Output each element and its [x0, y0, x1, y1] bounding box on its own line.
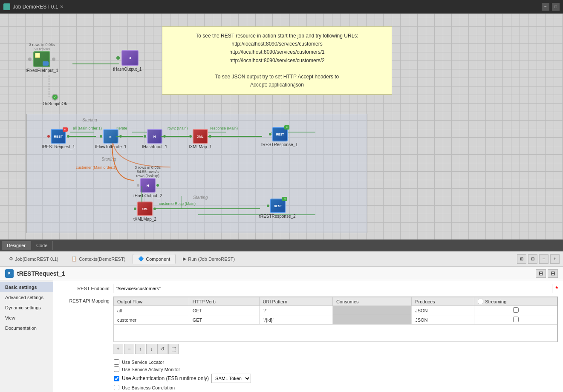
node-onsubjob-label: OnSubjobOk: [43, 101, 67, 106]
rest-endpoint-row: REST Endpoint *: [58, 284, 558, 293]
node-tFlowToIterate1[interactable]: ▶| tFlowToIterate_1: [95, 129, 127, 149]
collapse-button[interactable]: +: [550, 254, 560, 264]
cell-uri-pattern-0[interactable]: "/": [259, 306, 332, 315]
table-refresh-button[interactable]: ↺: [157, 344, 167, 354]
cell-http-verb-0[interactable]: GET: [189, 306, 259, 315]
streaming-header-checkbox[interactable]: [478, 299, 483, 304]
rest-endpoint-input[interactable]: [113, 284, 552, 293]
node-tXMLMap2[interactable]: XML tXMLMap_2: [133, 202, 156, 222]
cell-produces-0[interactable]: JSON: [412, 306, 474, 315]
expand-button[interactable]: −: [539, 254, 549, 264]
node-tRESTRequest1[interactable]: REST R tRESTRequest_1: [42, 129, 75, 149]
component-toolbar: ⚙ Job(DemoREST 0.1) 📋 Contexts(DemoREST)…: [0, 251, 563, 267]
run-icon: ▶: [183, 256, 186, 262]
cell-http-verb-1[interactable]: GET: [189, 315, 259, 325]
use-service-locator-checkbox[interactable]: [114, 359, 119, 365]
node-tHashInput1-label: tHashInput_1: [142, 144, 167, 149]
nav-documentation[interactable]: Documentation: [0, 323, 53, 333]
app-icon: [3, 3, 10, 10]
checkbox-section: Use Service Locator Use Service Activity…: [58, 359, 558, 390]
table-down-button[interactable]: ↓: [146, 344, 156, 354]
use-business-correlation-checkbox[interactable]: [114, 385, 119, 390]
node-tFlowToIterate1-label: tFlowToIterate_1: [95, 144, 127, 149]
node-tHashInput1[interactable]: H tHashInput_1: [142, 129, 167, 149]
layout-button-2[interactable]: ⊟: [528, 254, 537, 264]
cell-output-flow-0[interactable]: all: [114, 306, 189, 315]
node-tHashOutput2[interactable]: 3 rows in 0.06s54.55 rows/srow3 (lookup)…: [133, 165, 162, 198]
auth-row: Use Authentication (ESB runtime only) SA…: [58, 374, 558, 383]
node-tRESTResponse2[interactable]: REST R tRESTResponse_2: [259, 199, 293, 219]
note-line-4: http://localhost:8090/services/customers…: [169, 57, 385, 65]
toolbar-tab-job[interactable]: ⚙ Job(DemoREST 0.1): [3, 254, 64, 264]
node-tFixedFileInput-label: tFixedFileInput_1: [26, 68, 58, 73]
table-row-0: all GET "/" JSON: [114, 306, 557, 315]
node-tXMLMap1[interactable]: XML tXMLMap_1: [189, 129, 212, 149]
nav-view[interactable]: View: [0, 313, 53, 323]
node-tHashOutput2-label: tHashOutput_2: [133, 193, 162, 198]
use-authentication-checkbox[interactable]: [114, 376, 119, 381]
cell-uri-pattern-1[interactable]: "/{id}": [259, 315, 332, 325]
toolbar-tab-contexts[interactable]: 📋 Contexts(DemoREST): [66, 254, 131, 264]
note-line-6: Accept: application/json: [169, 81, 385, 89]
cell-produces-1[interactable]: JSON: [412, 315, 474, 325]
mapping-table: Output Flow HTTP Verb URI Pattern Consum…: [113, 297, 557, 342]
window-controls: − □: [542, 3, 560, 11]
node-tRESTResponse1[interactable]: REST R tRESTResponse_1: [261, 127, 295, 147]
rest-endpoint-label: REST Endpoint: [58, 286, 110, 291]
starting-label-2: Starting: [101, 157, 116, 161]
node-tXMLMap1-label: tXMLMap_1: [189, 144, 212, 149]
node-tRESTResponse2-label: tRESTResponse_2: [259, 214, 293, 219]
flow-label-customerresp: customerResp (Main): [159, 202, 196, 206]
use-service-locator-label: Use Service Locator: [122, 360, 164, 365]
nav-advanced-settings[interactable]: Advanced settings: [0, 292, 53, 303]
th-http-verb: HTTP Verb: [189, 297, 259, 306]
toolbar-tab-run[interactable]: ▶ Run (Job DemoREST): [177, 254, 240, 264]
streaming-checkbox-1[interactable]: [513, 317, 519, 322]
node-tFixedFileInput[interactable]: 3 rows in 0.06s50 rows/s tFixedFileInput…: [26, 43, 58, 73]
checkbox-row-locator: Use Service Locator: [58, 359, 558, 365]
cell-consumes-0[interactable]: [332, 306, 411, 315]
nav-basic-settings[interactable]: Basic settings: [0, 282, 53, 292]
node-onsubjob[interactable]: ✓ OnSubjobOk: [43, 94, 67, 106]
streaming-checkbox-0[interactable]: [513, 307, 519, 313]
minimize-button[interactable]: −: [542, 3, 549, 11]
cell-consumes-1[interactable]: [332, 315, 411, 325]
tab-code[interactable]: Code: [31, 241, 53, 250]
use-authentication-label: Use Authentication (ESB runtime only): [122, 375, 209, 381]
toolbar-tab-component[interactable]: 🔷 Component: [133, 254, 176, 264]
th-streaming: Streaming: [474, 297, 557, 306]
node-tHashOutput1[interactable]: H tHashOutput_1: [113, 50, 141, 72]
component-type-icon: R: [5, 269, 14, 278]
cell-streaming-1: [474, 315, 557, 325]
layout-split-button[interactable]: ⊟: [548, 269, 558, 278]
component-title-bar: R tRESTRequest_1 ⊞ ⊟: [0, 267, 563, 280]
rest-api-mapping-row: REST API Mapping Output Flow HTTP Verb U…: [58, 297, 558, 356]
mapping-table-wrapper: Output Flow HTTP Verb URI Pattern Consum…: [113, 297, 558, 342]
maximize-button[interactable]: □: [552, 3, 560, 11]
table-remove-button[interactable]: −: [124, 344, 134, 354]
tab-designer[interactable]: Designer: [2, 241, 31, 250]
flow-label-iterate: Iterate: [116, 126, 127, 130]
tab-bar: Designer Code: [0, 239, 563, 251]
auth-type-select[interactable]: SAML TokenBasic AuthOAuth: [211, 374, 251, 383]
node-tRESTRequest1-label: tRESTRequest_1: [42, 144, 75, 149]
close-tab-icon[interactable]: ×: [58, 3, 65, 10]
table-row-empty: [114, 325, 557, 342]
flow-label-response: response (Main): [210, 126, 238, 130]
checkbox-row-activity: Use Service Activity Monitor: [58, 366, 558, 372]
table-up-button[interactable]: ↑: [135, 344, 145, 354]
th-output-flow: Output Flow: [114, 297, 189, 306]
use-service-activity-checkbox[interactable]: [114, 366, 119, 372]
use-service-activity-label: Use Service Activity Monitor: [122, 367, 180, 372]
note-line-1: To see the REST resource in action start…: [169, 32, 385, 40]
layout-button-1[interactable]: ⊞: [517, 254, 526, 264]
subjob-container: Starting Starting Starting REST R tRESTR…: [26, 114, 367, 233]
nav-dynamic-settings[interactable]: Dynamic settings: [0, 303, 53, 313]
bottom-panel: ⚙ Job(DemoREST 0.1) 📋 Contexts(DemoREST)…: [0, 251, 563, 392]
note-line-3: http://localhost:8090/services/customers…: [169, 48, 385, 56]
context-icon: 📋: [71, 256, 77, 262]
layout-tile-button[interactable]: ⊞: [536, 269, 546, 278]
table-add-button[interactable]: +: [113, 344, 123, 354]
cell-output-flow-1[interactable]: customer: [114, 315, 189, 325]
table-copy-button[interactable]: ⬚: [168, 344, 179, 354]
